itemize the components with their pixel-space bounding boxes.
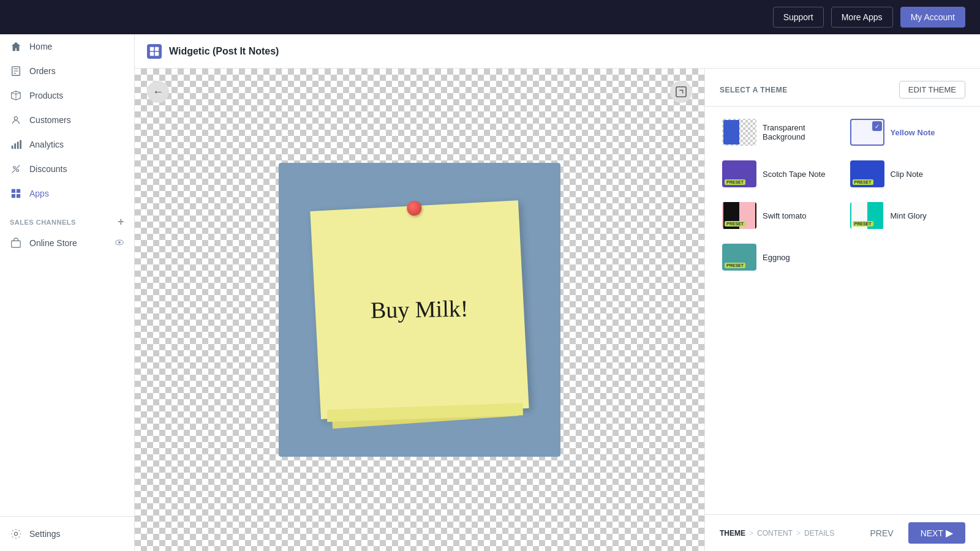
- sidebar-item-analytics-label: Analytics: [29, 140, 64, 149]
- theme-item-mint[interactable]: PRESET Mint Glory: [848, 200, 966, 231]
- theme-swatch-swift: PRESET: [722, 202, 756, 229]
- svg-rect-13: [17, 189, 20, 193]
- right-panel: SELECT A THEME EDIT THEME Transparent Ba…: [704, 69, 980, 551]
- post-it-note: Buy Milk!: [310, 200, 529, 419]
- svg-point-4: [14, 117, 17, 120]
- pin: [407, 201, 422, 216]
- step-details: DETAILS: [804, 529, 834, 538]
- sidebar-item-online-store[interactable]: Online Store: [0, 231, 134, 255]
- svg-rect-21: [155, 47, 159, 50]
- expand-button[interactable]: [670, 81, 692, 103]
- sidebar-item-online-store-label: Online Store: [29, 238, 77, 248]
- right-panel-header: SELECT A THEME EDIT THEME: [705, 69, 980, 107]
- main-layout: Home Orders Products Customers Analytics: [0, 34, 980, 551]
- svg-rect-22: [150, 51, 154, 55]
- theme-swatch-yellow: ✓: [850, 119, 884, 146]
- theme-item-clip[interactable]: PRESET Clip Note: [848, 158, 966, 190]
- home-icon: [10, 40, 22, 53]
- top-nav: Support More Apps My Account: [0, 0, 980, 34]
- theme-name-mint: Mint Glory: [891, 211, 927, 220]
- sidebar-item-products[interactable]: Products: [0, 83, 134, 108]
- next-label: NEXT: [921, 528, 943, 538]
- theme-name-swift: Swift tomato: [763, 211, 807, 220]
- sales-channels-section: Sales Channels +: [0, 206, 134, 231]
- svg-rect-5: [12, 146, 13, 149]
- online-store-eye-icon: [115, 238, 124, 249]
- svg-rect-23: [155, 51, 159, 55]
- analytics-icon: [10, 138, 22, 151]
- more-apps-button[interactable]: More Apps: [831, 7, 893, 28]
- svg-rect-12: [12, 189, 15, 193]
- preview-panel: ← Buy Milk!: [135, 69, 704, 551]
- preset-badge-clip: PRESET: [853, 179, 873, 185]
- discounts-icon: [10, 163, 22, 175]
- breadcrumb-steps: THEME > CONTENT > DETAILS: [720, 529, 834, 538]
- sidebar-bottom: Settings: [0, 516, 134, 551]
- step-sep-2: >: [796, 529, 801, 538]
- sidebar-item-orders-label: Orders: [29, 66, 56, 76]
- sidebar-item-home-label: Home: [29, 42, 52, 51]
- sidebar-item-home[interactable]: Home: [0, 34, 134, 59]
- svg-rect-16: [12, 241, 20, 247]
- sidebar-item-discounts-label: Discounts: [29, 164, 67, 174]
- sidebar-item-discounts[interactable]: Discounts: [0, 157, 134, 181]
- step-theme: THEME: [720, 529, 745, 538]
- prev-button[interactable]: PREV: [861, 523, 903, 543]
- svg-point-19: [14, 532, 17, 535]
- support-button[interactable]: Support: [773, 7, 824, 28]
- sidebar: Home Orders Products Customers Analytics: [0, 34, 135, 551]
- customers-icon: [10, 114, 22, 126]
- widget-area: ← Buy Milk! SELECT A THEME EDIT THEME: [135, 69, 980, 551]
- sidebar-item-customers-label: Customers: [29, 115, 71, 125]
- svg-rect-8: [20, 140, 21, 149]
- theme-name-scotch: Scotch Tape Note: [763, 170, 825, 179]
- main-content: Widgetic (Post It Notes) ← Buy Milk!: [135, 34, 980, 551]
- apps-icon: [10, 187, 22, 200]
- svg-rect-15: [17, 194, 20, 198]
- sidebar-item-apps[interactable]: Apps: [0, 181, 134, 206]
- theme-item-yellow[interactable]: ✓ Yellow Note: [848, 116, 966, 148]
- sidebar-item-products-label: Products: [29, 91, 63, 100]
- edit-theme-button[interactable]: EDIT THEME: [899, 81, 965, 99]
- theme-swatch-mint: PRESET: [850, 202, 884, 229]
- selected-check: ✓: [872, 121, 882, 131]
- svg-point-9: [13, 167, 16, 169]
- sidebar-item-customers[interactable]: Customers: [0, 108, 134, 132]
- sidebar-item-analytics[interactable]: Analytics: [0, 132, 134, 157]
- theme-item-scotch[interactable]: PRESET Scotch Tape Note: [720, 158, 838, 190]
- settings-icon: [10, 528, 22, 540]
- right-panel-footer: THEME > CONTENT > DETAILS PREV NEXT ▶: [705, 514, 980, 551]
- theme-swatch-transparent: [722, 119, 756, 146]
- step-content: CONTENT: [757, 529, 793, 538]
- sidebar-item-settings[interactable]: Settings: [0, 522, 134, 546]
- account-button[interactable]: My Account: [900, 7, 965, 28]
- svg-line-11: [12, 165, 20, 173]
- theme-item-swift[interactable]: PRESET Swift tomato: [720, 200, 838, 231]
- svg-point-18: [118, 241, 121, 244]
- theme-name-eggnog: Eggnog: [763, 253, 790, 262]
- orders-icon: [10, 65, 22, 77]
- step-sep-1: >: [749, 529, 753, 538]
- sidebar-item-orders[interactable]: Orders: [0, 59, 134, 83]
- theme-name-clip: Clip Note: [891, 170, 923, 179]
- app-header-icon: [147, 44, 162, 59]
- add-sales-channel-button[interactable]: +: [118, 216, 124, 228]
- page-title: Widgetic (Post It Notes): [169, 46, 279, 57]
- theme-grid: Transparent Background ✓ Yellow Note PRE…: [705, 107, 980, 514]
- theme-swatch-scotch: PRESET: [722, 160, 756, 187]
- back-button[interactable]: ←: [147, 81, 169, 103]
- preset-badge-swift: PRESET: [725, 221, 745, 227]
- svg-rect-6: [14, 143, 16, 149]
- next-button[interactable]: NEXT ▶: [908, 522, 965, 544]
- theme-item-transparent[interactable]: Transparent Background: [720, 116, 838, 148]
- note-text: Buy Milk!: [358, 282, 481, 339]
- svg-rect-7: [17, 142, 19, 149]
- preset-badge-eggnog: PRESET: [725, 263, 745, 268]
- theme-name-transparent: Transparent Background: [763, 123, 835, 141]
- footer-buttons: PREV NEXT ▶: [861, 522, 965, 544]
- theme-swatch-clip: PRESET: [850, 160, 884, 187]
- online-store-icon: [10, 237, 22, 249]
- sidebar-item-apps-label: Apps: [29, 189, 49, 198]
- products-icon: [10, 89, 22, 102]
- theme-item-eggnog[interactable]: PRESET Eggnog: [720, 241, 838, 273]
